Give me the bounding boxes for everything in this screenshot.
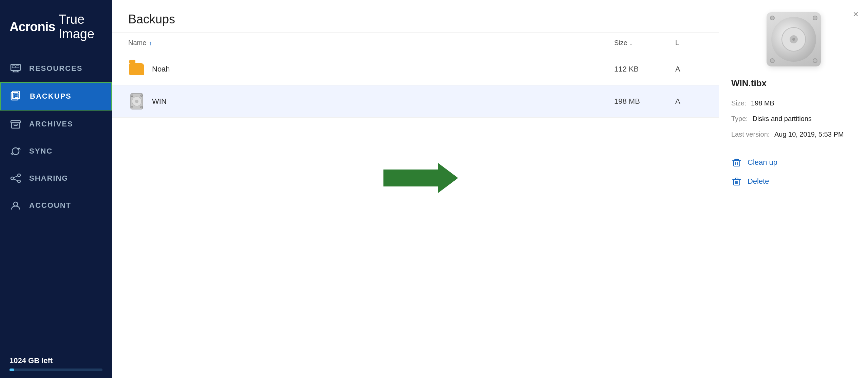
cleanup-icon (731, 157, 742, 168)
svg-point-21 (135, 100, 138, 103)
sidebar-item-archives-label: ARCHIVES (29, 120, 73, 128)
size-value: 198 MB (751, 99, 774, 107)
app-logo: Acronis True Image (0, 0, 112, 55)
svg-point-13 (11, 177, 14, 180)
storage-bar (10, 369, 102, 371)
logo-true-image: True Image (58, 12, 102, 41)
sidebar-item-backups-label: BACKUPS (30, 92, 72, 101)
row-size: 112 KB (614, 65, 675, 74)
sidebar-item-account[interactable]: ACCOUNT (0, 192, 112, 219)
last-version-label: Last version: (731, 131, 770, 138)
backup-filename: WIN.tibx (731, 78, 856, 88)
sharing-icon (10, 172, 22, 184)
delete-button[interactable]: Delete (731, 176, 856, 187)
right-panel-actions: Clean up Delete (719, 145, 868, 187)
table-row[interactable]: WIN 198 MB A (112, 85, 719, 118)
account-icon (10, 199, 22, 212)
svg-rect-3 (12, 66, 15, 68)
table-header: Name Size L (112, 33, 719, 53)
right-panel-info: WIN.tibx Size: 198 MB Type: Disks and pa… (719, 75, 868, 145)
sort-size-desc-icon (629, 39, 633, 47)
sidebar-item-account-label: ACCOUNT (29, 201, 71, 210)
storage-bar-fill (10, 369, 14, 371)
sidebar-item-resources-label: RESOURCES (29, 64, 82, 73)
col-name-header[interactable]: Name (128, 39, 614, 47)
type-label: Type: (731, 115, 748, 122)
archive-icon (10, 118, 22, 130)
svg-rect-30 (734, 161, 740, 166)
row-size: 198 MB (614, 97, 675, 106)
sync-icon (10, 145, 22, 157)
hdd-icon (128, 93, 145, 110)
type-value: Disks and partitions (752, 115, 812, 122)
sidebar-item-archives[interactable]: ARCHIVES (0, 111, 112, 138)
monitor-icon (10, 62, 22, 75)
svg-rect-12 (14, 124, 17, 125)
row-last: A (675, 65, 702, 74)
backups-table: Name Size L Noah 112 KB A (112, 33, 719, 378)
sort-name-asc-icon (149, 39, 152, 47)
close-button[interactable]: × (853, 9, 858, 19)
svg-point-25 (140, 106, 143, 108)
main-content: Backups Name Size L Noah 112 KB A (112, 0, 719, 378)
storage-label: 1024 GB left (10, 356, 102, 365)
info-type-row: Type: Disks and partitions (731, 114, 856, 124)
size-label: Size: (731, 99, 746, 107)
page-title: Backups (128, 12, 175, 26)
right-panel-hdd-icon (719, 0, 868, 75)
right-panel: × WIN.tibx Size: 198 MB Type: Disks and … (719, 0, 868, 378)
svg-line-17 (14, 179, 18, 181)
sidebar-item-sharing-label: SHARING (29, 174, 68, 183)
hdd-big-icon (767, 12, 821, 66)
svg-point-22 (131, 95, 133, 97)
delete-icon (731, 176, 742, 187)
sidebar-item-sync[interactable]: SYNC (0, 138, 112, 165)
sidebar-item-sync-label: SYNC (29, 147, 53, 156)
backup-icon (10, 90, 22, 102)
sidebar: Acronis True Image RESOURCES B (0, 0, 112, 378)
sidebar-item-sharing[interactable]: SHARING (0, 165, 112, 192)
svg-point-23 (140, 95, 143, 97)
cleanup-label: Clean up (748, 158, 777, 167)
svg-point-29 (792, 38, 795, 41)
row-name: Noah (152, 65, 614, 74)
info-last-version-row: Last version: Aug 10, 2019, 5:53 PM (731, 129, 856, 139)
main-header: Backups (112, 0, 719, 33)
folder-icon (128, 61, 145, 78)
logo-acronis: Acronis (10, 20, 55, 34)
svg-point-18 (14, 202, 18, 206)
sidebar-item-resources[interactable]: RESOURCES (0, 55, 112, 82)
col-last-header: L (675, 39, 702, 47)
last-version-value: Aug 10, 2019, 5:53 PM (774, 131, 844, 138)
svg-rect-4 (16, 66, 19, 68)
cleanup-button[interactable]: Clean up (731, 157, 856, 168)
table-row[interactable]: Noah 112 KB A (112, 53, 719, 85)
svg-line-16 (14, 176, 18, 178)
info-size-row: Size: 198 MB (731, 98, 856, 108)
sidebar-item-backups[interactable]: BACKUPS (0, 82, 112, 111)
svg-point-14 (18, 174, 20, 177)
svg-point-15 (18, 180, 20, 183)
svg-point-24 (131, 106, 133, 108)
col-size-header[interactable]: Size (614, 39, 675, 47)
row-name: WIN (152, 97, 614, 106)
sidebar-footer: 1024 GB left (0, 350, 112, 371)
row-last: A (675, 97, 702, 106)
delete-label: Delete (748, 177, 769, 186)
